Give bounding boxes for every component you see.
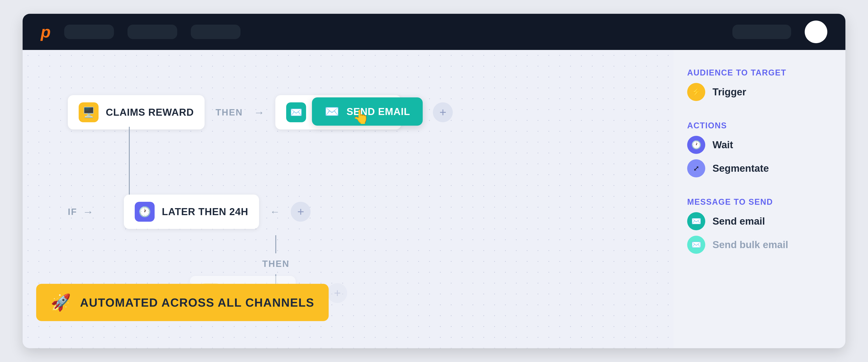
main-content: 🖥️ CLAIMS REWARD THEN → ✉️ SEND REWARD ←… (23, 50, 845, 348)
automated-label: AUTOMATED ACROSS ALL CHANNELS (80, 296, 314, 309)
audience-title: AUDIENCE TO TARGET (687, 68, 832, 77)
send-bulk-email-icon: ✉️ (687, 236, 705, 254)
trigger-label: Trigger (712, 86, 746, 98)
nav-pill-1[interactable] (64, 25, 114, 39)
claims-reward-icon: 🖥️ (79, 102, 98, 122)
nav-pill-3[interactable] (191, 25, 241, 39)
logo: p (41, 24, 51, 40)
back-arrow-2: ← (270, 206, 280, 218)
row2: IF → 🕐 LATER THEN 24H ← + (68, 195, 311, 229)
message-title: MESSAGE TO SEND (687, 197, 832, 207)
sidebar-item-wait[interactable]: 🕐 Wait (687, 136, 832, 154)
send-email-sidebar-label: Send email (712, 216, 765, 227)
message-section: MESSAGE TO SEND ✉️ Send email ✉️ Send bu… (687, 197, 832, 259)
segmentate-label: Segmentate (712, 163, 769, 174)
later-label: LATER THEN 24H (162, 206, 248, 218)
claims-reward-node[interactable]: 🖥️ CLAIMS REWARD (68, 95, 205, 130)
then-v-line-top (275, 235, 276, 253)
if-arrow: → (83, 206, 94, 218)
nav-pill-right[interactable] (733, 25, 791, 39)
later-icon: 🕐 (135, 202, 155, 222)
automated-banner: 🚀 AUTOMATED ACROSS ALL CHANNELS (36, 284, 329, 321)
canvas-area: 🖥️ CLAIMS REWARD THEN → ✉️ SEND REWARD ←… (23, 50, 674, 348)
sidebar-item-send-email[interactable]: ✉️ Send email (687, 212, 832, 230)
send-reward-icon: ✉️ (286, 102, 306, 122)
wait-label: Wait (712, 139, 733, 151)
sidebar-item-send-bulk-email[interactable]: ✉️ Send bulk email (687, 236, 832, 254)
send-email-card-icon: ✉️ (324, 105, 339, 119)
sidebar-item-trigger[interactable]: ⚡ Trigger (687, 83, 832, 101)
if-connector-group: IF → (68, 206, 113, 218)
if-connector: IF (68, 207, 77, 217)
wait-icon: 🕐 (687, 136, 705, 154)
actions-title: ACTIONS (687, 121, 832, 130)
app-window: p 🖥️ CLAIMS REWARD THEN → (23, 14, 845, 348)
sidebar-item-segmentate[interactable]: ⤢ Segmentate (687, 159, 832, 177)
then-connector-1: THEN (215, 107, 243, 118)
claims-reward-label: CLAIMS REWARD (106, 107, 194, 118)
automated-icon: 🚀 (51, 293, 71, 312)
actions-section: ACTIONS 🕐 Wait ⤢ Segmentate (687, 121, 832, 183)
segmentate-icon: ⤢ (687, 159, 705, 177)
nav-avatar[interactable] (805, 21, 827, 43)
then-connector-2: THEN (262, 259, 289, 269)
send-email-sidebar-icon: ✉️ (687, 212, 705, 230)
trigger-icon: ⚡ (687, 83, 705, 101)
top-nav: p (23, 14, 845, 50)
add-node-btn-3[interactable]: + (327, 283, 347, 303)
audience-section: AUDIENCE TO TARGET ⚡ Trigger (687, 68, 832, 106)
send-bulk-email-label: Send bulk email (712, 239, 788, 251)
nav-pill-2[interactable] (127, 25, 177, 39)
later-node[interactable]: 🕐 LATER THEN 24H (124, 195, 259, 229)
then-arrow-1: → (254, 106, 265, 119)
right-sidebar: AUDIENCE TO TARGET ⚡ Trigger ACTIONS 🕐 W… (674, 50, 845, 348)
add-node-btn-1[interactable]: + (433, 102, 453, 122)
cursor-hand: 👆 (352, 109, 370, 125)
add-node-btn-2[interactable]: + (291, 202, 311, 222)
